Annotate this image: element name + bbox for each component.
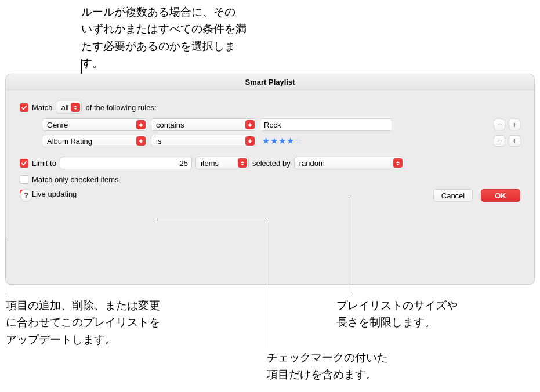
limit-count-input[interactable]: 25: [60, 157, 192, 169]
chevron-updown-icon: [245, 136, 255, 146]
match-checked-checkbox[interactable]: [20, 175, 28, 184]
help-button[interactable]: ?: [20, 189, 32, 202]
rule-operator-value: is: [156, 137, 161, 146]
rule-field-select[interactable]: Album Rating: [42, 135, 147, 147]
chevron-updown-icon: [245, 120, 255, 129]
star-icon: ★: [270, 136, 278, 146]
star-outline-icon: ☆: [295, 136, 302, 146]
callout-live-updating: 項目の追加、削除、または変更 に合わせてこのプレイリストを アップデートします。: [6, 297, 180, 348]
match-mode-select[interactable]: all: [56, 101, 82, 114]
rules-list: Genre contains Rock − + Album Rating: [42, 118, 520, 147]
rule-operator-select[interactable]: is: [151, 135, 256, 147]
rule-value-input[interactable]: Rock: [260, 118, 392, 131]
callout-limit-size: プレイリストのサイズや 長さを制限します。: [336, 297, 487, 331]
chevron-updown-icon: [238, 158, 247, 168]
rule-field-value: Genre: [47, 121, 68, 129]
rule-operator-value: contains: [156, 121, 184, 129]
callout-line: [157, 219, 267, 219]
add-rule-button[interactable]: +: [509, 135, 520, 147]
callout-line: [6, 238, 6, 296]
rule-value-text: Rock: [264, 121, 281, 129]
match-checked-label: Match only checked items: [32, 175, 119, 184]
dialog-title: Smart Playlist: [6, 74, 534, 90]
callout-line: [267, 219, 267, 348]
limit-unit-value: items: [201, 159, 219, 168]
match-checked-row: Match only checked items: [20, 175, 520, 184]
dialog-body: Match all of the following rules: Genre …: [6, 90, 534, 211]
chevron-updown-icon: [393, 158, 403, 168]
remove-rule-button[interactable]: −: [494, 135, 505, 147]
limit-unit-select[interactable]: items: [195, 157, 249, 169]
chevron-updown-icon: [71, 103, 80, 112]
selected-by-value: random: [299, 159, 325, 168]
callout-checked-only: チェックマークの付いた 項目だけを含めます。: [267, 349, 418, 383]
dialog-footer: ? Cancel OK: [20, 189, 520, 202]
match-row: Match all of the following rules:: [20, 101, 520, 114]
star-icon: ★: [262, 136, 270, 146]
callout-line: [349, 197, 349, 296]
cancel-button[interactable]: Cancel: [433, 189, 473, 202]
match-mode-value: all: [61, 103, 68, 112]
rule-row: Genre contains Rock − +: [42, 118, 520, 131]
add-rule-button[interactable]: +: [509, 119, 520, 130]
limit-count-value: 25: [64, 159, 188, 168]
chevron-updown-icon: [136, 136, 146, 146]
limit-row: Limit to 25 items selected by random: [20, 157, 520, 169]
selected-by-select[interactable]: random: [294, 157, 404, 169]
star-icon: ★: [278, 136, 286, 146]
chevron-updown-icon: [136, 120, 146, 129]
ok-button[interactable]: OK: [481, 189, 520, 202]
remove-rule-button[interactable]: −: [494, 119, 505, 130]
rule-operator-select[interactable]: contains: [151, 118, 256, 131]
callout-match-mode: ルールが複数ある場合に、その いずれかまたはすべての条件を満 たす必要があるのか…: [81, 3, 255, 72]
rule-field-select[interactable]: Genre: [42, 118, 147, 131]
rule-star-rating[interactable]: ★ ★ ★ ★ ☆: [260, 135, 392, 147]
match-prefix-label: Match: [32, 103, 52, 112]
limit-label: Limit to: [32, 159, 56, 168]
rule-row: Album Rating is ★ ★ ★ ★ ☆ − +: [42, 135, 520, 147]
match-suffix-label: of the following rules:: [85, 103, 156, 112]
selected-by-label: selected by: [252, 159, 291, 168]
star-icon: ★: [287, 136, 294, 146]
rule-field-value: Album Rating: [47, 137, 92, 146]
limit-checkbox[interactable]: [20, 159, 28, 168]
match-checkbox[interactable]: [20, 103, 28, 112]
smart-playlist-dialog: Smart Playlist Match all of the followin…: [5, 74, 535, 285]
